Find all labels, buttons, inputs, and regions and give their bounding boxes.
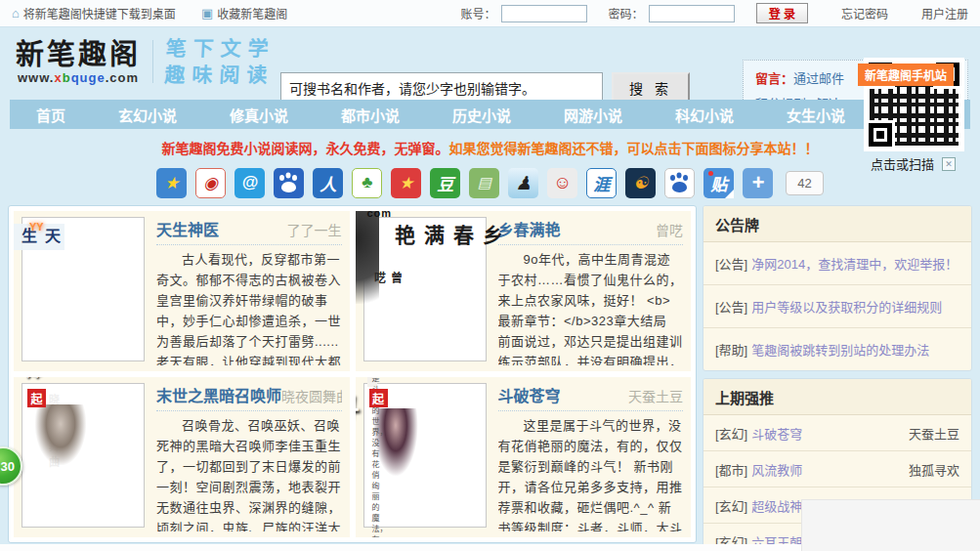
site-slogan: 笔下文学 趣味阅读 bbox=[164, 35, 277, 88]
tianya-share-icon[interactable]: 涯 bbox=[586, 168, 617, 198]
renren-share-icon[interactable]: 人 bbox=[313, 168, 343, 198]
nav-item-wangyou[interactable]: 网游小说 bbox=[537, 105, 649, 125]
nav-item-kehuan[interactable]: 科幻小说 bbox=[649, 105, 760, 125]
book-title-link[interactable]: 乡春满艳 bbox=[498, 217, 561, 240]
push-book-link[interactable]: 斗破苍穹 bbox=[751, 427, 802, 442]
book-description: 古人看现代，反穿都市第一奇文。郁郁不得志的古枫被卷入皇宫里偷汉养奸带绿帽的破事中… bbox=[156, 249, 342, 365]
site-notice: 新笔趣阁免费小说阅读网，永久免费，无弹窗。如果您觉得新笔趣阁还不错，可以点击下面… bbox=[0, 138, 980, 157]
announcement-link[interactable]: 净网2014，查找清理中，欢迎举报！ bbox=[751, 257, 958, 272]
notice-part2: 如果您觉得新笔趣阁还不错，可以点击下面图标分享本站！！ bbox=[449, 141, 819, 156]
desktop-shortcut-link[interactable]: ⌂ 将新笔趣阁快捷键下载到桌面 bbox=[12, 5, 176, 21]
qr-caption: 点击或扫描 bbox=[871, 154, 934, 173]
home-icon: ⌂ bbox=[12, 6, 20, 21]
account-label: 账号： bbox=[461, 5, 496, 21]
announcement-item: [公告]净网2014，查找清理中，欢迎举报！ bbox=[703, 242, 971, 285]
site-logo-url: www.xbquge.com bbox=[16, 70, 141, 85]
baidu-share-icon[interactable] bbox=[274, 168, 304, 198]
logo-divider bbox=[152, 40, 153, 83]
nav-item-xiuzhen[interactable]: 修真小说 bbox=[203, 105, 315, 125]
baidu-home-share-icon[interactable] bbox=[664, 168, 695, 198]
announcement-item: [帮助]笔趣阁被跳转到别站的处理办法 bbox=[703, 328, 971, 370]
hexun-weibo-share-icon[interactable]: ☺ bbox=[547, 168, 577, 198]
search-button[interactable]: 搜 索 bbox=[612, 72, 690, 103]
push-item: [玄幻]斗破苍穹 天蚕土豆 bbox=[703, 415, 971, 451]
baidu-tieba-share-icon[interactable]: 贴 bbox=[703, 168, 734, 198]
nav-item-dushi[interactable]: 都市小说 bbox=[315, 105, 426, 125]
account-input[interactable] bbox=[501, 5, 587, 22]
announcement-item: [公告]用户等级以及获取积分的详细规则 bbox=[703, 285, 971, 328]
push-book-author: 天蚕土豆 bbox=[909, 424, 959, 443]
book-description: 这里是属于斗气的世界，没有花俏艳丽的魔法，有的，仅仅是繁衍到巅峰的斗气！ 新书刚… bbox=[498, 415, 684, 531]
folder-icon: ▣ bbox=[201, 6, 213, 21]
qq-share-icon[interactable]: ♟ bbox=[508, 168, 538, 198]
bookmark-link[interactable]: ▣ 收藏新笔趣阁 bbox=[201, 5, 287, 21]
push-book-link[interactable]: 超级战神 bbox=[751, 499, 802, 514]
book-author: 了了一生 bbox=[287, 220, 342, 239]
notice-part1: 新笔趣阁免费小说阅读网，永久免费，无弹窗。 bbox=[162, 141, 449, 156]
password-label: 密码： bbox=[609, 5, 644, 21]
douban-share-icon[interactable]: 豆 bbox=[430, 168, 460, 198]
bookmark-label: 收藏新笔趣阁 bbox=[217, 5, 287, 21]
share-icons-row: ★ ◉ @ 人 ♣ ★ 豆 ▤ ♟ ☺ 涯 ☯ 贴 + 42 bbox=[0, 166, 980, 199]
register-link[interactable]: 用户注册 bbox=[921, 5, 968, 21]
main-nav: 首页 玄幻小说 修真小说 都市小说 历史小说 网游小说 科幻小说 女生小说 排行… bbox=[10, 100, 970, 129]
book-cover[interactable]: 天生神医 YY 了了一生·著 bbox=[21, 217, 145, 361]
kaixin-share-icon[interactable]: ♣ bbox=[352, 168, 382, 198]
strong-push-title: 上期强推 bbox=[703, 379, 971, 415]
book-author: 曾呓 bbox=[656, 220, 683, 239]
push-book-link[interactable]: 风流教师 bbox=[751, 463, 802, 478]
sina-weibo-share-icon[interactable]: ◉ bbox=[195, 168, 226, 198]
share-count: 42 bbox=[786, 171, 823, 195]
login-button[interactable]: 登 录 bbox=[756, 3, 808, 23]
nav-item-lishi[interactable]: 历史小说 bbox=[426, 105, 537, 125]
message-link[interactable]: 通过邮件 bbox=[793, 71, 844, 86]
desktop-shortcut-label: 将新笔趣阁快捷键下载到桌面 bbox=[23, 5, 176, 21]
book-cover[interactable]: 起 晓夜圆舞曲 末世之 黑暗召唤师 bbox=[21, 383, 145, 528]
topbar: ⌂ 将新笔趣阁快捷键下载到桌面 ▣ 收藏新笔趣阁 账号： 密码： 登 录 忘记密… bbox=[0, 0, 980, 27]
blank-overlay bbox=[801, 499, 980, 551]
qr-finder-icon bbox=[869, 123, 892, 147]
book-cover[interactable]: 乡春满艳 曾呓 www. xbquge. com bbox=[363, 217, 487, 361]
book-description: 召唤骨龙、召唤巫妖、召唤死神的黑暗大召唤师李佳玉重生了，一切都回到了末日爆发的前… bbox=[156, 415, 342, 531]
mobile-site-tag[interactable]: 新笔趣阁手机站 bbox=[858, 64, 954, 86]
youdao-note-share-icon[interactable]: ▤ bbox=[469, 168, 499, 198]
nav-item-nvsheng[interactable]: 女生小说 bbox=[760, 105, 872, 125]
push-item: [都市]风流教师 独孤寻欢 bbox=[703, 451, 971, 487]
book-cover[interactable]: 起 斗破苍穹 废柴当自强 这里是斗气的世界，没有花俏绚丽的魔法，有的，仅仅是繁衍… bbox=[363, 383, 487, 528]
qr-close-icon[interactable]: ✕ bbox=[942, 157, 956, 171]
more-share-icon[interactable]: + bbox=[743, 168, 773, 198]
push-book-author: 独孤寻欢 bbox=[909, 460, 959, 479]
book-title-link[interactable]: 末世之黑暗召唤师 bbox=[156, 383, 281, 406]
qzone-share-icon[interactable]: ★ bbox=[156, 168, 187, 198]
book-description: 9o年代，高中生周青混迹于农村……看惯了仙鬼什么的，来上点农家风味，挺好！ <b… bbox=[498, 249, 684, 365]
baidu-star-share-icon[interactable]: ★ bbox=[391, 168, 421, 198]
header: 新笔趣阁 www.xbquge.com 笔下文学 趣味阅读 搜 索 留言：通过邮… bbox=[0, 27, 980, 100]
book-author: 天蚕土豆 bbox=[628, 386, 683, 405]
announcement-board-title: 公告牌 bbox=[703, 206, 971, 242]
book-card: 起 晓夜圆舞曲 末世之 黑暗召唤师 末世之黑暗召唤师 晓夜圆舞曲 召唤骨龙、召唤… bbox=[14, 377, 350, 537]
announcement-board: 公告牌 [公告]净网2014，查找清理中，欢迎举报！ [公告]用户等级以及获取积… bbox=[703, 205, 972, 371]
book-card: 乡春满艳 曾呓 www. xbquge. com 乡春满艳 曾呓 9o年代，高中… bbox=[356, 211, 692, 371]
password-input[interactable] bbox=[649, 5, 735, 22]
book-title-link[interactable]: 天生神医 bbox=[156, 217, 219, 240]
announcement-link[interactable]: 笔趣阁被跳转到别站的处理办法 bbox=[751, 343, 929, 358]
book-author: 晓夜圆舞曲 bbox=[281, 386, 341, 405]
book-card: 天生神医 YY 了了一生·著 天生神医 了了一生 古人看现代，反穿都市第一奇文。… bbox=[14, 211, 350, 371]
book-grid: 天生神医 YY 了了一生·著 天生神医 了了一生 古人看现代，反穿都市第一奇文。… bbox=[8, 205, 697, 543]
site-logo-text: 新笔趣阁 bbox=[16, 39, 141, 70]
tencent-pengyou-share-icon[interactable]: ☯ bbox=[625, 168, 656, 198]
site-logo[interactable]: 新笔趣阁 www.xbquge.com bbox=[16, 39, 141, 85]
forgot-password-link[interactable]: 忘记密码 bbox=[841, 5, 888, 21]
book-card: 起 斗破苍穹 废柴当自强 这里是斗气的世界，没有花俏绚丽的魔法，有的，仅仅是繁衍… bbox=[356, 377, 692, 537]
message-label: 留言： bbox=[755, 71, 793, 86]
nav-item-home[interactable]: 首页 bbox=[10, 105, 92, 125]
nav-item-xuanhuan[interactable]: 玄幻小说 bbox=[92, 105, 203, 125]
book-title-link[interactable]: 斗破苍穹 bbox=[498, 383, 561, 406]
tencent-weibo-share-icon[interactable]: @ bbox=[234, 168, 265, 198]
announcement-link[interactable]: 用户等级以及获取积分的详细规则 bbox=[751, 300, 942, 315]
